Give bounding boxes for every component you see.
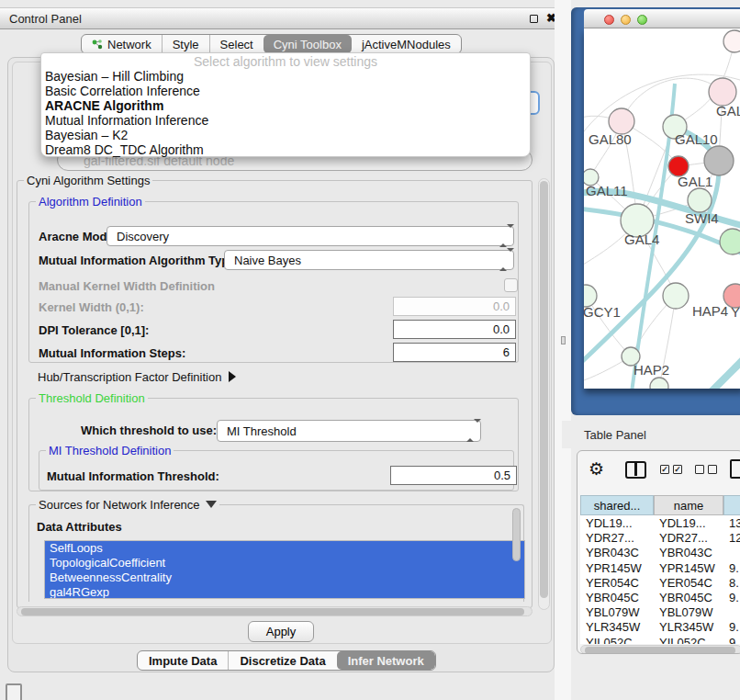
scrollbar-thumb[interactable]: [21, 608, 524, 615]
table-cell: YPR145W: [580, 560, 654, 575]
hub-definition-label: Hub/Transcription Factor Definition: [38, 370, 221, 384]
network-node-hap4[interactable]: [663, 283, 689, 309]
tab-infer-network[interactable]: Infer Network: [337, 651, 435, 670]
scrollbar-thumb[interactable]: [540, 181, 548, 598]
apply-button[interactable]: Apply: [248, 621, 314, 642]
threshold-definition-title: Threshold Definition: [36, 391, 148, 405]
zoom-traffic-light-icon[interactable]: [637, 15, 647, 25]
screenshot-root: Control Panel ✖ Network Style Select Cyn…: [0, 0, 740, 700]
table-row[interactable]: YBR045CYBR045C9.: [580, 590, 740, 604]
attributes-list-scrollbar[interactable]: [512, 508, 521, 561]
network-node-swi4[interactable]: [720, 229, 740, 254]
mi-steps-field[interactable]: 6: [393, 343, 516, 362]
mi-steps-label: Mutual Information Steps:: [39, 346, 185, 360]
settings-horizontal-scrollbar[interactable]: [17, 606, 533, 616]
tab-discretize-data[interactable]: Discretize Data: [228, 651, 336, 670]
network-node-gal[interactable]: [709, 78, 736, 106]
algorithm-option[interactable]: ARACNE Algorithm: [41, 98, 530, 113]
table-row[interactable]: YIL052CYIL052C9.: [580, 635, 740, 645]
gear-icon[interactable]: ⚙: [589, 458, 604, 480]
deselect-all-checkbox-icon[interactable]: [708, 465, 717, 474]
column-layout-icon[interactable]: [625, 461, 646, 479]
manual-kernel-label: Manual Kernel Width Definition: [39, 279, 215, 293]
table-row[interactable]: YBR043CYBR043C: [580, 545, 740, 559]
network-node[interactable]: [704, 146, 734, 175]
table-cell: YDL19...: [580, 515, 654, 530]
manual-kernel-checkbox[interactable]: [504, 278, 518, 292]
settings-vertical-scrollbar[interactable]: [538, 178, 550, 610]
tab-label: Infer Network: [348, 654, 424, 668]
algorithm-dropdown-popup: Select algorithm to view settings Bayesi…: [40, 52, 531, 157]
network-icon: [92, 39, 103, 51]
table-column-header[interactable]: shared...: [580, 495, 654, 515]
table-row[interactable]: YDL19...YDL19...13: [580, 515, 740, 530]
tab-network[interactable]: Network: [82, 35, 162, 53]
tab-jactivemnodules[interactable]: jActiveMNodules: [352, 35, 461, 53]
tab-cyni-toolbox[interactable]: Cyni Toolbox: [263, 35, 352, 53]
table-horizontal-scrollbar[interactable]: [580, 645, 740, 654]
algorithm-option[interactable]: Bayesian – Hill Climbing: [41, 69, 530, 84]
attribute-list-item[interactable]: TopologicalCoefficient: [45, 556, 524, 570]
network-node-gal1[interactable]: [688, 188, 712, 212]
table-row[interactable]: YLR345WYLR345W9.: [580, 619, 740, 634]
tab-style[interactable]: Style: [162, 35, 209, 53]
algorithm-option[interactable]: Mutual Information Inference: [41, 113, 530, 128]
table-cell: 13: [723, 515, 740, 530]
select-all-checkbox-icon[interactable]: ✓: [660, 465, 669, 474]
dpi-tolerance-field[interactable]: 0.0: [393, 320, 516, 339]
combo-arrows-icon: [466, 423, 474, 439]
table-row[interactable]: YPR145WYPR145W9.: [580, 560, 740, 575]
table-column-header[interactable]: [723, 495, 740, 515]
node-label: Y: [731, 304, 740, 320]
network-node[interactable]: [650, 378, 668, 389]
mi-threshold-label: Mutual Information Threshold:: [47, 469, 219, 483]
scrollbar-thumb[interactable]: [585, 647, 735, 654]
table-column-header[interactable]: name: [654, 495, 723, 515]
control-panel-tab-bar: Network Style Select Cyni Toolbox jActiv…: [81, 34, 462, 54]
table-cell: YER054C: [580, 575, 654, 590]
splitter-handle-icon[interactable]: [561, 336, 566, 344]
minimize-traffic-light-icon[interactable]: [621, 15, 631, 25]
data-attributes-list[interactable]: SelfLoopsTopologicalCoefficientBetweenne…: [44, 540, 525, 599]
new-table-icon[interactable]: [730, 459, 740, 479]
attribute-list-item[interactable]: SelfLoops: [45, 541, 524, 556]
network-window-titlebar[interactable]: [584, 9, 740, 28]
network-node-gal80[interactable]: [609, 108, 634, 134]
select-all-checkbox-icon[interactable]: ✓: [673, 465, 682, 474]
algorithm-option[interactable]: Bayesian – K2: [41, 128, 530, 142]
close-traffic-light-icon[interactable]: [604, 15, 614, 25]
table-cell: YBR045C: [580, 590, 654, 604]
network-node[interactable]: [723, 30, 740, 52]
attribute-list-item[interactable]: gal4RGexp: [45, 585, 524, 599]
network-view-window: GALGAL80GAL10GAL1GAL11GAL4SWI4GCY1HAP4YH…: [571, 7, 740, 415]
table-row[interactable]: YDR27...YDR27...12: [580, 530, 740, 545]
tab-select[interactable]: Select: [209, 35, 263, 53]
data-attributes-label: Data Attributes: [37, 520, 122, 534]
float-panel-icon[interactable]: [530, 15, 538, 23]
node-label: HAP2: [633, 362, 669, 378]
table-cell: 12: [723, 530, 740, 545]
table-row[interactable]: YBL079WYBL079W: [580, 604, 740, 619]
hub-definition-expander[interactable]: Hub/Transcription Factor Definition: [38, 370, 236, 384]
attribute-list-item[interactable]: BetweennessCentrality: [45, 570, 524, 585]
docked-panel-icon[interactable]: [6, 683, 22, 700]
which-threshold-combo[interactable]: MI Threshold: [217, 420, 481, 442]
table-cell: 9.: [723, 590, 740, 604]
deselect-all-checkbox-icon[interactable]: [695, 465, 704, 474]
table-row[interactable]: YER054CYER054C8.: [580, 575, 740, 590]
panel-divider[interactable]: [555, 0, 571, 700]
kernel-width-field[interactable]: 0.0: [393, 297, 516, 316]
mi-threshold-group-title: MI Threshold Definition: [46, 444, 174, 457]
mi-threshold-field[interactable]: 0.5: [390, 466, 517, 485]
table-cell: [723, 545, 740, 559]
tab-impute-data[interactable]: Impute Data: [138, 651, 228, 670]
which-threshold-label: Which threshold to use:: [81, 423, 217, 437]
dpi-tolerance-label: DPI Tolerance [0,1]:: [39, 323, 149, 337]
aracne-mode-combo[interactable]: Discovery: [107, 226, 514, 246]
mi-type-combo[interactable]: Naive Bayes: [224, 250, 514, 270]
mi-type-value: Naive Bayes: [234, 254, 301, 267]
algorithm-option[interactable]: Basic Correlation Inference: [41, 84, 530, 98]
sources-expander[interactable]: Sources for Network Inference: [36, 498, 219, 512]
network-canvas[interactable]: GALGAL80GAL10GAL1GAL11GAL4SWI4GCY1HAP4YH…: [584, 28, 740, 389]
algorithm-option[interactable]: Dream8 DC_TDC Algorithm: [41, 142, 530, 157]
